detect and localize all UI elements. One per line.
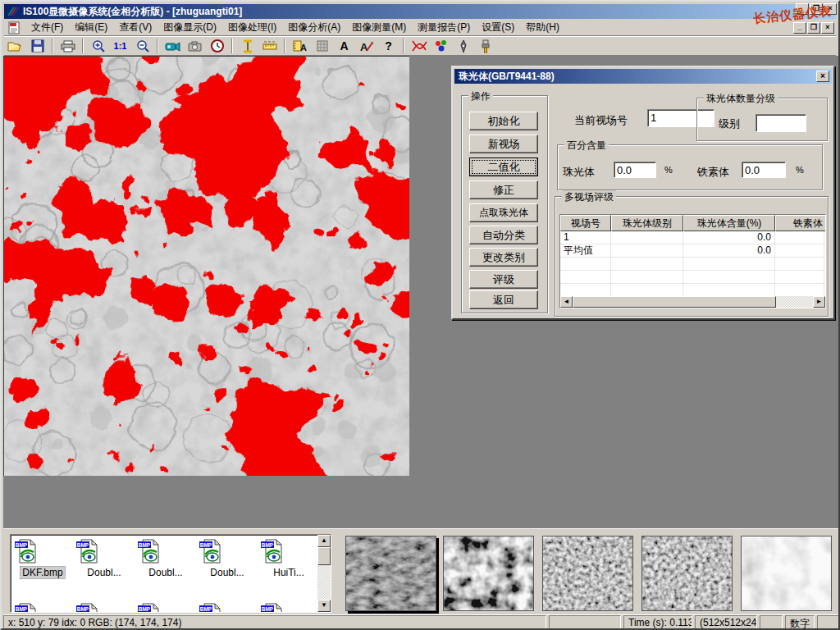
mdi-restore-button[interactable]: ❐ [807,22,820,34]
menu-item-image-display[interactable]: 图像显示(D) [158,19,222,36]
thumbnail-2[interactable] [443,536,534,611]
change-class-button[interactable]: 更改类别 [469,248,538,267]
micrograph-image[interactable] [3,56,409,476]
camera-button[interactable] [185,38,205,55]
auto-classify-button[interactable]: 自动分类 [469,226,538,244]
file-list-vscrollbar[interactable]: ▲ ▼ [317,535,331,612]
thumbnail-4[interactable] [641,536,733,611]
menu-item-edit[interactable]: 编辑(E) [69,19,113,36]
measure-text-button[interactable]: A [290,38,310,55]
dialog-close-button[interactable]: × [816,71,829,82]
col-ferrite[interactable]: 铁素体 [775,215,826,231]
clock-button[interactable] [207,38,227,55]
file-name[interactable]: Doubl... [147,567,184,578]
menu-item-help[interactable]: 帮助(H) [520,19,565,36]
file-item[interactable] [75,602,133,613]
menu-item-measure-report[interactable]: 测量报告(P) [412,19,476,36]
file-item[interactable]: Doubl... [199,538,256,579]
cell-ferrite [775,231,824,244]
status-empty-2 [760,615,783,629]
menu-item-view[interactable]: 查看(V) [113,19,158,36]
table-row[interactable]: 平均值 0.0 [560,244,825,258]
text-tool-button[interactable]: A [334,38,354,55]
file-item[interactable] [199,602,256,613]
zoom-in-button[interactable] [88,38,108,55]
scroll-down-arrow[interactable]: ▼ [317,600,331,612]
scrollbar-track[interactable] [776,296,813,308]
rating-table: 视场号 珠光体级别 珠光体含量(%) 铁素体 1 0.0 平均值 0.0 [559,214,826,308]
file-item[interactable]: Doubl... [137,538,194,579]
file-name[interactable]: Doubl... [85,567,122,578]
file-item[interactable] [14,602,71,613]
app-icon [7,6,20,17]
brush-tool-button[interactable] [475,38,495,55]
save-button[interactable] [27,38,48,55]
file-list: DKF.bmp Doubl... Doubl... Doubl... HuiTi… [10,534,331,613]
curve-tool-button[interactable] [409,38,429,55]
col-field-no[interactable]: 视场号 [560,215,611,231]
col-pearlite-content[interactable]: 珠光体含量(%) [683,215,775,231]
multifield-group-label: 多视场评级 [562,190,616,204]
correct-button[interactable]: 修正 [469,180,538,199]
open-button[interactable] [5,38,25,55]
file-item[interactable] [137,602,194,613]
pen-tool-button[interactable] [453,38,473,55]
scrollbar-thumb[interactable] [573,296,776,308]
status-empty-1 [549,615,621,629]
scroll-right-arrow[interactable]: ► [813,296,825,308]
file-item[interactable]: DKF.bmp [14,538,71,579]
zoom-out-button[interactable] [132,38,153,55]
ruler-button[interactable] [259,38,280,55]
document-icon [7,21,22,34]
file-item[interactable]: HuiTi... [260,538,317,579]
menu-item-settings[interactable]: 设置(S) [476,19,520,36]
scrollbar-thumb[interactable] [317,547,331,565]
binarize-button[interactable]: 二值化 [469,158,538,176]
caliper-button[interactable] [237,38,258,55]
ferrite-input[interactable]: 0.0 [742,162,786,178]
dialog-title-bar[interactable]: 珠光体(GB/T9441-88) [454,69,832,84]
mdi-minimize-button[interactable]: _ [793,22,806,34]
new-field-button[interactable]: 新视场 [469,135,538,153]
pearlite-input[interactable]: 0.0 [614,162,656,178]
menu-item-image-analysis[interactable]: 图像分析(A) [282,19,346,36]
col-pearlite-level[interactable]: 珠光体级别 [611,215,683,231]
cell-ferrite [775,244,824,257]
grid-tool-button[interactable] [312,38,332,55]
mdi-close-button[interactable]: × [821,22,834,34]
video-capture-button[interactable] [162,38,183,55]
menu-item-image-process[interactable]: 图像处理(I) [222,19,282,36]
thumbnail-1[interactable] [345,536,436,611]
ferrite-percent-sign: % [796,165,804,175]
table-hscrollbar[interactable]: ◄ ► [560,296,825,308]
thumbnail-5[interactable] [741,536,832,611]
toolbar-separator [82,39,84,53]
toolbar-separator [231,39,233,53]
help-button[interactable]: ? [378,38,399,55]
toolbar-separator [284,39,285,53]
file-item[interactable] [260,602,317,613]
level-input[interactable] [756,114,806,132]
print-button[interactable] [57,38,78,55]
file-name[interactable]: HuiTi... [272,567,306,578]
pick-pearlite-button[interactable]: 点取珠光体 [469,203,538,222]
init-button[interactable]: 初始化 [469,112,538,130]
table-row[interactable]: 1 0.0 [560,231,825,244]
annotate-tool-button[interactable]: A [356,38,377,55]
toolbar: 1:1 A A A ? [4,37,836,56]
menu-item-image-measure[interactable]: 图像测量(M) [346,19,412,36]
file-item[interactable]: Doubl... [75,538,133,579]
scroll-up-arrow[interactable]: ▲ [317,535,331,547]
thumbnail-3[interactable] [542,536,633,611]
cell-content: 0.0 [683,244,775,257]
rate-button[interactable]: 评级 [469,270,538,289]
return-button[interactable]: 返回 [469,290,538,309]
file-name[interactable]: Doubl... [208,567,245,578]
menu-item-file[interactable]: 文件(F) [25,19,69,36]
window-title: IS100显微摄像系统(金相分析版) - [zhuguangti01] [23,5,242,19]
file-name[interactable]: DKF.bmp [20,566,65,579]
actual-size-button[interactable]: 1:1 [110,38,130,55]
status-image-size: (512x512x24) [695,615,757,629]
scroll-left-arrow[interactable]: ◄ [560,296,573,308]
phase-color-button[interactable] [431,38,451,55]
